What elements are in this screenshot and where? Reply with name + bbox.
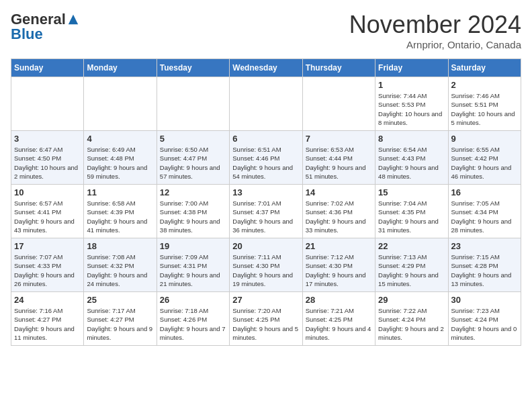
calendar-day-cell: 5Sunrise: 6:50 AM Sunset: 4:47 PM Daylig… <box>157 131 229 185</box>
day-info: Sunrise: 7:04 AM Sunset: 4:35 PM Dayligh… <box>378 199 445 234</box>
calendar-day-cell: 25Sunrise: 7:17 AM Sunset: 4:27 PM Dayli… <box>84 292 157 346</box>
day-number: 27 <box>232 295 299 305</box>
calendar-week-row: 10Sunrise: 6:57 AM Sunset: 4:41 PM Dayli… <box>11 185 521 238</box>
svg-marker-0 <box>69 15 78 24</box>
day-number: 28 <box>306 295 372 305</box>
day-of-week-header: Saturday <box>448 59 521 77</box>
day-info: Sunrise: 6:49 AM Sunset: 4:48 PM Dayligh… <box>87 145 153 181</box>
day-info: Sunrise: 7:21 AM Sunset: 4:25 PM Dayligh… <box>306 306 372 342</box>
day-number: 1 <box>378 80 445 90</box>
calendar-day-cell: 2Sunrise: 7:46 AM Sunset: 5:51 PM Daylig… <box>448 77 521 131</box>
calendar-day-cell: 1Sunrise: 7:44 AM Sunset: 5:53 PM Daylig… <box>375 77 448 131</box>
calendar-day-cell: 4Sunrise: 6:49 AM Sunset: 4:48 PM Daylig… <box>84 131 157 185</box>
logo: General Blue <box>11 11 79 43</box>
day-info: Sunrise: 7:44 AM Sunset: 5:53 PM Dayligh… <box>378 91 445 127</box>
day-info: Sunrise: 6:55 AM Sunset: 4:42 PM Dayligh… <box>451 145 518 181</box>
calendar-day-cell: 18Sunrise: 7:08 AM Sunset: 4:32 PM Dayli… <box>84 238 157 292</box>
calendar-week-row: 1Sunrise: 7:44 AM Sunset: 5:53 PM Daylig… <box>11 77 521 131</box>
page-header: General Blue November 2024 Arnprior, Ont… <box>11 11 521 50</box>
day-number: 4 <box>87 134 153 144</box>
day-number: 19 <box>160 241 226 251</box>
calendar-day-cell: 30Sunrise: 7:23 AM Sunset: 4:24 PM Dayli… <box>448 292 521 346</box>
day-of-week-header: Sunday <box>11 59 84 77</box>
calendar-day-cell: 8Sunrise: 6:54 AM Sunset: 4:43 PM Daylig… <box>375 131 448 185</box>
calendar-day-cell: 10Sunrise: 6:57 AM Sunset: 4:41 PM Dayli… <box>11 185 84 238</box>
day-number: 15 <box>378 187 445 197</box>
calendar-day-cell: 16Sunrise: 7:05 AM Sunset: 4:34 PM Dayli… <box>448 185 521 238</box>
calendar-day-cell: 19Sunrise: 7:09 AM Sunset: 4:31 PM Dayli… <box>157 238 229 292</box>
day-number: 18 <box>87 241 153 251</box>
calendar-day-cell <box>84 77 157 131</box>
calendar-day-cell: 29Sunrise: 7:22 AM Sunset: 4:24 PM Dayli… <box>375 292 448 346</box>
calendar-day-cell: 26Sunrise: 7:18 AM Sunset: 4:26 PM Dayli… <box>157 292 229 346</box>
calendar-day-cell <box>157 77 229 131</box>
calendar-day-cell <box>230 77 302 131</box>
day-number: 16 <box>451 187 518 197</box>
calendar-day-cell: 15Sunrise: 7:04 AM Sunset: 4:35 PM Dayli… <box>375 185 448 238</box>
day-info: Sunrise: 7:22 AM Sunset: 4:24 PM Dayligh… <box>378 306 445 342</box>
month-title: November 2024 <box>349 11 521 39</box>
calendar-day-cell: 7Sunrise: 6:53 AM Sunset: 4:44 PM Daylig… <box>302 131 375 185</box>
calendar-table: SundayMondayTuesdayWednesdayThursdayFrid… <box>11 58 521 346</box>
calendar-day-cell: 27Sunrise: 7:20 AM Sunset: 4:25 PM Dayli… <box>230 292 302 346</box>
day-number: 8 <box>378 134 445 144</box>
day-info: Sunrise: 6:51 AM Sunset: 4:46 PM Dayligh… <box>232 145 299 181</box>
day-info: Sunrise: 7:11 AM Sunset: 4:30 PM Dayligh… <box>232 253 299 288</box>
day-info: Sunrise: 7:12 AM Sunset: 4:30 PM Dayligh… <box>306 253 372 288</box>
day-number: 5 <box>160 134 226 144</box>
calendar-day-cell: 12Sunrise: 7:00 AM Sunset: 4:38 PM Dayli… <box>157 185 229 238</box>
day-info: Sunrise: 7:18 AM Sunset: 4:26 PM Dayligh… <box>160 306 226 342</box>
calendar-week-row: 17Sunrise: 7:07 AM Sunset: 4:33 PM Dayli… <box>11 238 521 292</box>
day-info: Sunrise: 7:16 AM Sunset: 4:27 PM Dayligh… <box>14 306 81 342</box>
day-number: 14 <box>306 187 372 197</box>
day-number: 10 <box>14 187 81 197</box>
calendar-day-cell: 21Sunrise: 7:12 AM Sunset: 4:30 PM Dayli… <box>302 238 375 292</box>
day-number: 11 <box>87 187 153 197</box>
day-of-week-header: Friday <box>375 59 448 77</box>
calendar-day-cell: 22Sunrise: 7:13 AM Sunset: 4:29 PM Dayli… <box>375 238 448 292</box>
day-number: 12 <box>160 187 226 197</box>
calendar-day-cell: 3Sunrise: 6:47 AM Sunset: 4:50 PM Daylig… <box>11 131 84 185</box>
logo-blue-text: Blue <box>11 26 43 43</box>
day-info: Sunrise: 7:05 AM Sunset: 4:34 PM Dayligh… <box>451 199 518 234</box>
day-info: Sunrise: 7:46 AM Sunset: 5:51 PM Dayligh… <box>451 91 518 127</box>
day-info: Sunrise: 7:01 AM Sunset: 4:37 PM Dayligh… <box>232 199 299 234</box>
day-number: 23 <box>451 241 518 251</box>
day-number: 20 <box>232 241 299 251</box>
day-number: 26 <box>160 295 226 305</box>
calendar-day-cell: 20Sunrise: 7:11 AM Sunset: 4:30 PM Dayli… <box>230 238 302 292</box>
calendar-day-cell: 24Sunrise: 7:16 AM Sunset: 4:27 PM Dayli… <box>11 292 84 346</box>
day-info: Sunrise: 7:02 AM Sunset: 4:36 PM Dayligh… <box>306 199 372 234</box>
day-info: Sunrise: 7:17 AM Sunset: 4:27 PM Dayligh… <box>87 306 153 342</box>
day-info: Sunrise: 6:50 AM Sunset: 4:47 PM Dayligh… <box>160 145 226 181</box>
location-subtitle: Arnprior, Ontario, Canada <box>349 39 521 50</box>
day-of-week-header: Monday <box>84 59 157 77</box>
day-info: Sunrise: 7:09 AM Sunset: 4:31 PM Dayligh… <box>160 253 226 288</box>
day-number: 13 <box>232 187 299 197</box>
day-info: Sunrise: 7:20 AM Sunset: 4:25 PM Dayligh… <box>232 306 299 342</box>
day-number: 2 <box>451 80 518 90</box>
calendar-day-cell: 6Sunrise: 6:51 AM Sunset: 4:46 PM Daylig… <box>230 131 302 185</box>
calendar-day-cell: 14Sunrise: 7:02 AM Sunset: 4:36 PM Dayli… <box>302 185 375 238</box>
day-number: 3 <box>14 134 81 144</box>
day-number: 7 <box>306 134 372 144</box>
calendar-day-cell: 23Sunrise: 7:15 AM Sunset: 4:28 PM Dayli… <box>448 238 521 292</box>
calendar-day-cell: 17Sunrise: 7:07 AM Sunset: 4:33 PM Dayli… <box>11 238 84 292</box>
day-info: Sunrise: 7:08 AM Sunset: 4:32 PM Dayligh… <box>87 253 153 288</box>
calendar-week-row: 24Sunrise: 7:16 AM Sunset: 4:27 PM Dayli… <box>11 292 521 346</box>
calendar-header-row: SundayMondayTuesdayWednesdayThursdayFrid… <box>11 59 521 77</box>
logo-icon <box>67 13 79 26</box>
day-of-week-header: Tuesday <box>157 59 229 77</box>
day-number: 30 <box>451 295 518 305</box>
day-info: Sunrise: 7:00 AM Sunset: 4:38 PM Dayligh… <box>160 199 226 234</box>
day-number: 24 <box>14 295 81 305</box>
day-of-week-header: Thursday <box>302 59 375 77</box>
day-info: Sunrise: 7:07 AM Sunset: 4:33 PM Dayligh… <box>14 253 81 288</box>
calendar-day-cell <box>302 77 375 131</box>
day-info: Sunrise: 7:23 AM Sunset: 4:24 PM Dayligh… <box>451 306 518 342</box>
day-number: 6 <box>232 134 299 144</box>
calendar-day-cell: 28Sunrise: 7:21 AM Sunset: 4:25 PM Dayli… <box>302 292 375 346</box>
day-info: Sunrise: 6:53 AM Sunset: 4:44 PM Dayligh… <box>306 145 372 181</box>
day-number: 17 <box>14 241 81 251</box>
calendar-day-cell: 13Sunrise: 7:01 AM Sunset: 4:37 PM Dayli… <box>230 185 302 238</box>
